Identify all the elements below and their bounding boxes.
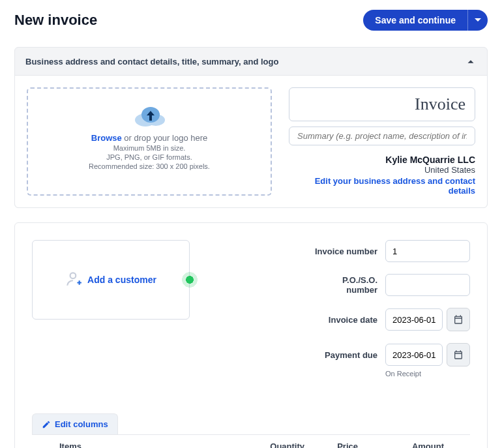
dropzone-hint-1: Maximum 5MB in size.: [38, 144, 260, 152]
chevron-up-icon: [465, 55, 477, 67]
col-amount: Amount: [362, 435, 448, 448]
calendar-icon: [453, 350, 464, 360]
business-details-card: Business address and contact details, ti…: [14, 47, 488, 208]
po-number-label: P.O./S.O. number: [203, 275, 377, 295]
invoice-body-card: Add a customer Invoice number P.O./S.O. …: [14, 222, 488, 448]
accordion-title: Business address and contact details, ti…: [25, 57, 278, 67]
business-country: United States: [289, 165, 475, 175]
payment-due-input[interactable]: [385, 344, 443, 366]
po-number-input[interactable]: [385, 274, 470, 296]
calendar-icon: [453, 314, 464, 325]
upload-cloud-icon: [131, 102, 168, 128]
svg-point-3: [70, 273, 76, 278]
page-title: New invoice: [14, 12, 97, 29]
caret-down-icon: [475, 17, 481, 23]
add-customer-icon: [65, 270, 82, 290]
save-continue-button[interactable]: Save and continue: [363, 10, 467, 31]
edit-columns-tab[interactable]: Edit columns: [32, 413, 118, 434]
col-quantity: Quantity: [255, 435, 308, 448]
dropzone-hint-2: JPG, PNG, or GIF formats.: [38, 153, 260, 161]
edit-business-link[interactable]: Edit your business address and contact d…: [289, 176, 475, 196]
col-items: Items: [55, 435, 165, 448]
browse-link[interactable]: Browse: [91, 133, 122, 143]
business-name: Kylie McQuarrie LLC: [289, 155, 475, 165]
dropzone-text: or drop your logo here: [122, 133, 208, 143]
pencil-icon: [42, 420, 51, 429]
col-price: Price: [308, 435, 362, 448]
pulse-indicator-icon: [182, 272, 198, 288]
payment-due-label: Payment due: [203, 350, 377, 360]
logo-dropzone[interactable]: Browse or drop your logo here Maximum 5M…: [27, 87, 272, 196]
invoice-meta: Invoice number P.O./S.O. number Invoice …: [203, 240, 470, 378]
invoice-date-label: Invoice date: [203, 315, 377, 325]
invoice-date-picker-button[interactable]: [447, 308, 470, 331]
invoice-number-label: Invoice number: [203, 246, 377, 256]
dropzone-hint-3: Recommended size: 300 x 200 pixels.: [38, 162, 260, 170]
accordion-header[interactable]: Business address and contact details, ti…: [15, 48, 487, 75]
save-more-dropdown[interactable]: [467, 10, 488, 31]
invoice-date-input[interactable]: [385, 308, 443, 331]
invoice-title-input[interactable]: [289, 87, 475, 121]
add-customer-box[interactable]: Add a customer: [32, 240, 190, 320]
payment-due-picker-button[interactable]: [447, 343, 470, 366]
save-button-group: Save and continue: [363, 10, 488, 31]
line-items-table: Items Quantity Price Amount ⋮⋮ $0.00: [32, 435, 470, 448]
edit-columns-label: Edit columns: [55, 419, 108, 429]
invoice-number-input[interactable]: [385, 240, 470, 262]
add-customer-label: Add a customer: [87, 275, 156, 285]
payment-due-sublabel: On Receipt: [385, 370, 470, 378]
invoice-summary-input[interactable]: [289, 127, 475, 145]
